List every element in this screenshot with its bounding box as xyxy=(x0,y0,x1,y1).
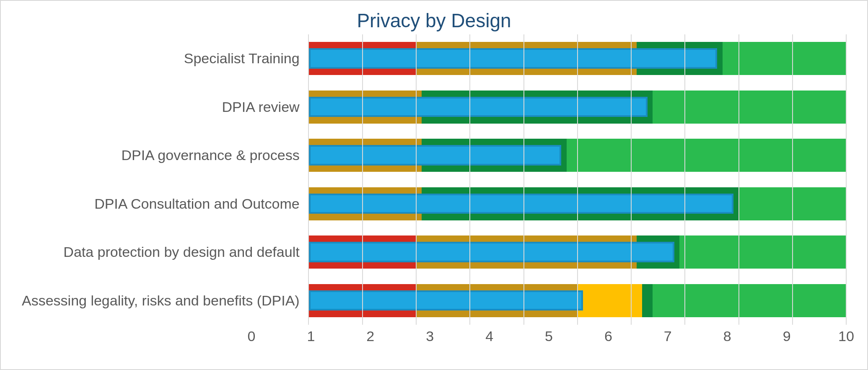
gridline xyxy=(469,34,470,325)
zone-darkgreen xyxy=(642,284,653,317)
x-tick-label: 6 xyxy=(604,328,612,344)
x-tick-label: 9 xyxy=(783,328,791,344)
gridline xyxy=(792,34,793,325)
x-tick-label: 2 xyxy=(366,328,374,344)
x-tick-label: 0 xyxy=(248,328,256,344)
y-axis-label: DPIA Consultation and Outcome xyxy=(22,180,308,228)
x-axis: 012345678910 xyxy=(22,328,846,348)
zone-green xyxy=(567,139,846,172)
gridline xyxy=(362,34,363,325)
zone-green xyxy=(653,284,846,317)
zone-green xyxy=(679,235,846,269)
gridline xyxy=(523,34,524,325)
x-tick-label: 10 xyxy=(838,328,854,344)
y-axis-label: DPIA governance & process xyxy=(22,131,308,180)
chart-frame: Privacy by Design Specialist TrainingDPI… xyxy=(0,0,868,370)
gridline xyxy=(416,34,417,325)
x-tick-label: 3 xyxy=(426,328,434,344)
score-bar xyxy=(309,290,583,311)
x-axis-ticks: 012345678910 xyxy=(251,328,846,348)
score-bar xyxy=(309,194,733,214)
score-bar xyxy=(309,242,674,262)
plot-row: Specialist TrainingDPIA reviewDPIA gover… xyxy=(22,34,846,325)
plot-area xyxy=(308,34,846,325)
y-axis-label: Data protection by design and default xyxy=(22,228,308,277)
gridline xyxy=(738,34,739,325)
x-tick-label: 5 xyxy=(545,328,553,344)
zone-yellow xyxy=(578,284,642,317)
y-axis-labels: Specialist TrainingDPIA reviewDPIA gover… xyxy=(22,34,308,325)
gridline xyxy=(846,34,847,325)
x-tick-label: 1 xyxy=(307,328,315,344)
y-axis-label: Specialist Training xyxy=(22,34,308,83)
zone-green xyxy=(653,91,846,124)
x-tick-label: 4 xyxy=(485,328,493,344)
gridline xyxy=(577,34,578,325)
zone-green xyxy=(723,42,846,75)
score-bar xyxy=(309,97,648,117)
gridline xyxy=(631,34,632,325)
chart-title: Privacy by Design xyxy=(22,9,846,32)
x-tick-label: 8 xyxy=(723,328,731,344)
score-bar xyxy=(309,48,718,69)
x-tick-label: 7 xyxy=(664,328,672,344)
y-axis-label: Assessing legality, risks and benefits (… xyxy=(22,277,308,325)
y-axis-label: DPIA review xyxy=(22,83,308,132)
gridline xyxy=(684,34,685,325)
